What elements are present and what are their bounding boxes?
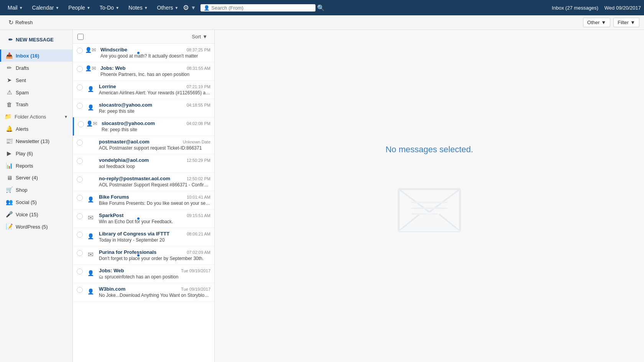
sidebar-item-newsletter[interactable]: 📰 Newsletter (13)	[0, 135, 72, 147]
message-row[interactable]: postmaster@aol.comUnknown DateAOL Postma…	[73, 136, 214, 154]
message-checkbox[interactable]	[77, 250, 83, 256]
sidebar-item-sent[interactable]: ➤ Sent	[0, 74, 72, 86]
message-row[interactable]: 👤W3bin.comTue 09/19/2017No Joke...Downlo…	[73, 283, 214, 301]
message-avatar: 👤	[85, 84, 96, 94]
sidebar-folder-actions-label: Folder Actions	[15, 114, 46, 120]
search-submit-icon[interactable]: 🔍	[317, 4, 325, 12]
sidebar-item-voice[interactable]: 🎤 Voice (15)	[0, 208, 72, 220]
refresh-label: Refresh	[15, 20, 33, 25]
nav-others[interactable]: Others ▼	[153, 0, 183, 15]
search-input[interactable]	[211, 5, 312, 11]
sidebar-spam-label: Spam	[16, 90, 29, 95]
message-row[interactable]: 👤✉Windscribe08:37:25 PMAre you good at m…	[73, 44, 214, 62]
new-message-button[interactable]: ✏ NEW MESSAGE	[4, 35, 69, 45]
filter-dropdown[interactable]: Filter ▼	[613, 18, 639, 27]
sort-button[interactable]: Sort ▼	[189, 33, 210, 40]
sidebar-play-label: Play (6)	[16, 151, 33, 156]
settings-icon[interactable]: ⚙	[183, 3, 189, 12]
message-time: 08:06:21 AM	[187, 232, 210, 236]
message-avatar: 👤	[85, 102, 96, 113]
nav-calendar[interactable]: Calendar ▼	[28, 0, 64, 15]
sidebar-item-trash[interactable]: 🗑 Trash	[0, 99, 72, 110]
filter-chevron-icon: ▼	[630, 20, 635, 25]
message-row[interactable]: ✉SparkPost09:15:51 AMWin an Echo Dot for…	[73, 209, 214, 228]
message-row[interactable]: 👤Jobs: WebTue 09/19/2017🗂 spruceinfotech…	[73, 265, 214, 283]
main-area: ✏ NEW MESSAGE 📥 Inbox (16) ✏ Drafts ➤ Se…	[0, 30, 644, 362]
calendar-label: Calendar	[32, 5, 54, 11]
message-checkbox[interactable]	[77, 158, 83, 164]
mail-chevron-icon: ▼	[19, 6, 23, 10]
message-checkbox[interactable]	[77, 66, 83, 72]
sidebar-social-label: Social (5)	[16, 199, 37, 205]
nav-people[interactable]: People ▼	[64, 0, 95, 15]
calendar-chevron-icon: ▼	[55, 6, 59, 10]
sidebar-item-wordpress[interactable]: 📝 WordPress (5)	[0, 220, 72, 233]
message-avatar: 👤	[85, 194, 96, 205]
refresh-button[interactable]: ↻ Refresh	[5, 17, 37, 28]
message-avatar: 👤	[85, 286, 96, 297]
sidebar-item-social[interactable]: 👥 Social (5)	[0, 196, 72, 208]
message-checkbox[interactable]	[77, 287, 83, 293]
message-row[interactable]: no-reply@postmaster.aol.com12:50:02 PMAO…	[73, 173, 214, 191]
message-checkbox[interactable]	[77, 195, 83, 201]
message-checkbox[interactable]	[77, 84, 83, 90]
sidebar-drafts-label: Drafts	[16, 65, 29, 71]
message-row[interactable]: 👤✉Jobs: Web08:31:55 AMPhoenix Partners, …	[73, 62, 214, 81]
message-sender: vondelphia@aol.com	[99, 157, 149, 163]
nav-todo[interactable]: To-Do ▼	[95, 0, 124, 15]
sidebar-item-alerts[interactable]: 🔔 Alerts	[0, 123, 72, 135]
message-row[interactable]: vondelphia@aol.com12:50:29 PMaol feedbac…	[73, 154, 214, 173]
message-checkbox[interactable]	[77, 213, 83, 219]
sidebar-item-server[interactable]: 🖥 Server (4)	[0, 172, 72, 184]
message-content: no-reply@postmaster.aol.com12:50:02 PMAO…	[99, 176, 210, 188]
sidebar-item-inbox[interactable]: 📥 Inbox (16)	[0, 49, 72, 62]
sidebar-newsletter-label: Newsletter (13)	[16, 138, 49, 144]
message-sender: Jobs: Web	[100, 65, 126, 71]
message-row[interactable]: 👤Bike Forums10:01:41 AMBike Forums Prese…	[73, 191, 214, 209]
nav-notes[interactable]: Notes ▼	[124, 0, 152, 15]
other-dropdown[interactable]: Other ▼	[583, 18, 610, 27]
notes-label: Notes	[128, 5, 143, 11]
message-subject: AOL Postmaster support request Ticket-ID…	[99, 145, 210, 151]
message-checkbox[interactable]	[77, 232, 83, 238]
message-subject: American Airlines Alert: Your rewards (#…	[99, 90, 210, 95]
search-box[interactable]: 👤	[200, 4, 315, 12]
message-checkbox[interactable]	[77, 176, 83, 183]
other-chevron-icon: ▼	[601, 20, 606, 25]
message-time: Tue 09/19/2017	[181, 268, 210, 273]
message-sender: Library of Congress via IFTTT	[99, 231, 169, 237]
message-checkbox[interactable]	[77, 103, 83, 109]
sidebar-item-spam[interactable]: ⚠ Spam	[0, 86, 72, 99]
message-avatar: 👤	[85, 268, 96, 278]
nav-mail[interactable]: Mail ▼	[3, 0, 28, 15]
folder-actions-arrow-icon: ▼	[64, 115, 68, 119]
select-all-checkbox[interactable]	[77, 34, 84, 40]
message-checkbox[interactable]	[77, 140, 83, 146]
message-row[interactable]: 👤Lorrine07:21:19 PMAmerican Airlines Ale…	[73, 81, 214, 99]
message-list: Sort ▼ 👤✉Windscribe08:37:25 PMAre you go…	[73, 30, 215, 362]
message-sender: Jobs: Web	[99, 268, 124, 273]
message-subject: Re: peep this site	[99, 109, 210, 114]
alerts-icon: 🔔	[6, 125, 13, 132]
sidebar-item-play[interactable]: ▶ Play (6)	[0, 147, 72, 160]
message-row[interactable]: 👤✉slocastro@yahoo.com04:02:08 PMRe: peep…	[73, 117, 214, 136]
message-row[interactable]: ✉Purina for Professionals07:02:09 AMDon'…	[73, 246, 214, 265]
message-row[interactable]: 👤Library of Congress via IFTTT08:06:21 A…	[73, 228, 214, 246]
sidebar-item-drafts[interactable]: ✏ Drafts	[0, 62, 72, 74]
message-content: Jobs: WebTue 09/19/2017🗂 spruceinfotech …	[99, 268, 210, 280]
message-subject: Win an Echo Dot for your Feedback.	[99, 219, 210, 224]
email-icon: ✉	[92, 65, 96, 71]
inbox-icon: 📥	[6, 52, 13, 59]
sidebar-item-reports[interactable]: 📊 Reports	[0, 160, 72, 172]
message-row[interactable]: 👤slocastro@yahoo.com04:18:55 PMRe: peep …	[73, 99, 214, 117]
sidebar-item-shop[interactable]: 🛒 Shop	[0, 184, 72, 196]
sidebar-folder-actions[interactable]: 📁 Folder Actions ▼	[0, 110, 72, 123]
message-avatar: ✉	[85, 212, 96, 223]
message-checkbox[interactable]	[77, 268, 83, 275]
sidebar-shop-label: Shop	[16, 187, 27, 193]
sidebar: ✏ NEW MESSAGE 📥 Inbox (16) ✏ Drafts ➤ Se…	[0, 30, 73, 362]
people-chevron-icon: ▼	[87, 6, 90, 10]
message-checkbox[interactable]	[77, 48, 83, 54]
message-checkbox[interactable]	[78, 121, 84, 127]
toolbar: ↻ Refresh Other ▼ Filter ▼	[0, 15, 644, 30]
